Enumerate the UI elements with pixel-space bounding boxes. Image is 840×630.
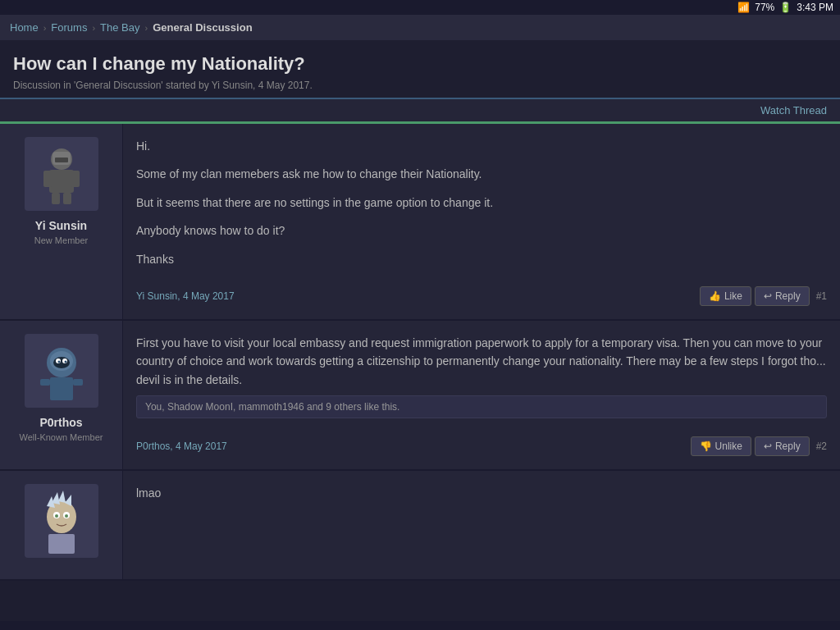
- reply-label-2: Reply: [775, 441, 801, 452]
- watch-bar: Watch Thread: [0, 98, 840, 121]
- svg-point-29: [65, 514, 68, 518]
- unlike-label-2: Unlike: [715, 441, 742, 452]
- watch-thread-button[interactable]: Watch Thread: [760, 104, 827, 116]
- avatar-1: [25, 137, 98, 211]
- battery-percent: 77%: [755, 2, 774, 13]
- post-number-1: #1: [816, 290, 827, 302]
- breadcrumb-sep-1: ›: [43, 23, 47, 33]
- svg-rect-6: [63, 193, 71, 204]
- svg-rect-8: [55, 158, 68, 162]
- wifi-icon: 📶: [737, 2, 750, 13]
- avatar-3: [25, 484, 98, 558]
- post-3: lmao: [0, 471, 840, 581]
- post-line-1-5: Thanks: [136, 250, 827, 268]
- time-display: 3:43 PM: [797, 2, 833, 13]
- status-bar: 📶 77% 🔋 3:43 PM: [0, 0, 840, 15]
- breadcrumb: Home › Forums › The Bay › General Discus…: [0, 15, 840, 40]
- post-body-3: lmao: [123, 471, 840, 579]
- post-actions-1: 👍 Like ↩ Reply #1: [700, 286, 827, 306]
- user-role-2: Well-Known Member: [20, 432, 103, 442]
- post-body-2: First you have to visit your local embas…: [123, 321, 840, 469]
- avatar-2: [25, 334, 98, 408]
- username-2: P0rthos: [39, 416, 82, 429]
- breadcrumb-current: General Discussion: [153, 21, 252, 34]
- post-info-1: Yi Sunsin, 4 May 2017: [136, 290, 235, 302]
- post-1: Yi Sunsin New Member Hi. Some of my clan…: [0, 124, 840, 321]
- reply-label-1: Reply: [775, 290, 801, 302]
- post-footer-2: P0rthos, 4 May 2017 👎 Unlike ↩ Reply #2: [136, 430, 827, 456]
- like-icon-1: 👍: [709, 290, 721, 302]
- svg-rect-18: [40, 379, 50, 386]
- user-sidebar-1: Yi Sunsin New Member: [0, 124, 123, 319]
- post-body-1: Hi. Some of my clan memebers ask me how …: [123, 124, 840, 319]
- svg-point-17: [64, 360, 66, 363]
- post-line-1-1: Hi.: [136, 137, 827, 155]
- battery-icon: 🔋: [779, 2, 792, 13]
- reply-button-2[interactable]: ↩ Reply: [755, 436, 810, 456]
- like-button-1[interactable]: 👍 Like: [700, 286, 751, 306]
- svg-point-16: [57, 360, 60, 363]
- post-footer-1: Yi Sunsin, 4 May 2017 👍 Like ↩ Reply #1: [136, 280, 827, 306]
- svg-rect-5: [52, 193, 60, 204]
- svg-point-13: [53, 357, 70, 368]
- like-label-1: Like: [724, 290, 742, 302]
- post-text-1: Hi. Some of my clan memebers ask me how …: [136, 137, 827, 268]
- post-text-3: lmao: [136, 484, 827, 566]
- svg-rect-11: [50, 377, 73, 400]
- svg-rect-3: [43, 171, 52, 187]
- username-1: Yi Sunsin: [35, 219, 87, 232]
- likes-bar-2: You, Shadow MoonI, mammoth1946 and 9 oth…: [136, 395, 827, 418]
- post-line-1-3: But it seems that there are no settings …: [136, 194, 827, 212]
- post-info-2: P0rthos, 4 May 2017: [136, 441, 227, 452]
- breadcrumb-forums[interactable]: Forums: [51, 21, 87, 34]
- user-role-1: New Member: [34, 235, 88, 245]
- post-line-3-1: lmao: [136, 484, 827, 502]
- user-sidebar-2: P0rthos Well-Known Member: [0, 321, 123, 469]
- svg-rect-4: [71, 171, 80, 187]
- post-number-2: #2: [816, 441, 827, 452]
- thread-meta: Discussion in 'General Discussion' start…: [13, 80, 827, 91]
- breadcrumb-sep-2: ›: [92, 23, 95, 33]
- reply-button-1[interactable]: ↩ Reply: [755, 286, 810, 306]
- svg-rect-30: [48, 534, 75, 554]
- post-2: P0rthos Well-Known Member First you have…: [0, 321, 840, 471]
- user-sidebar-3: [0, 471, 123, 579]
- post-text-2: First you have to visit your local embas…: [136, 334, 827, 389]
- post-line-1-4: Anybody knows how to do it?: [136, 221, 827, 240]
- post-line-2-1: First you have to visit your local embas…: [136, 334, 827, 389]
- svg-rect-2: [49, 170, 74, 193]
- reply-icon-2: ↩: [764, 441, 772, 452]
- unlike-button-2[interactable]: 👎 Unlike: [691, 436, 751, 456]
- post-author-link-2[interactable]: P0rthos, 4 May 2017: [136, 441, 227, 452]
- page-title: How can I change my Nationality?: [13, 53, 827, 75]
- page-content: How can I change my Nationality? Discuss…: [0, 40, 840, 621]
- svg-point-28: [55, 514, 58, 518]
- unlike-icon-2: 👎: [700, 441, 712, 452]
- breadcrumb-home[interactable]: Home: [10, 21, 39, 34]
- thread-header: How can I change my Nationality? Discuss…: [0, 40, 840, 98]
- post-author-link-1[interactable]: Yi Sunsin, 4 May 2017: [136, 290, 235, 302]
- breadcrumb-thebay[interactable]: The Bay: [100, 21, 139, 34]
- post-line-1-2: Some of my clan memebers ask me how to c…: [136, 165, 827, 183]
- breadcrumb-sep-3: ›: [145, 23, 148, 33]
- svg-rect-19: [73, 379, 83, 386]
- post-actions-2: 👎 Unlike ↩ Reply #2: [691, 436, 827, 456]
- reply-icon-1: ↩: [764, 290, 772, 302]
